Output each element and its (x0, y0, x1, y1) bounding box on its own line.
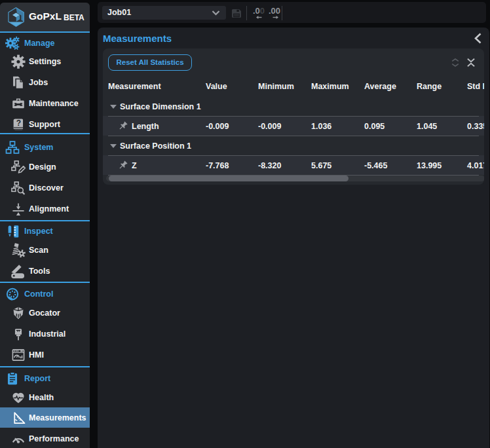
svg-text:?: ? (16, 119, 21, 128)
